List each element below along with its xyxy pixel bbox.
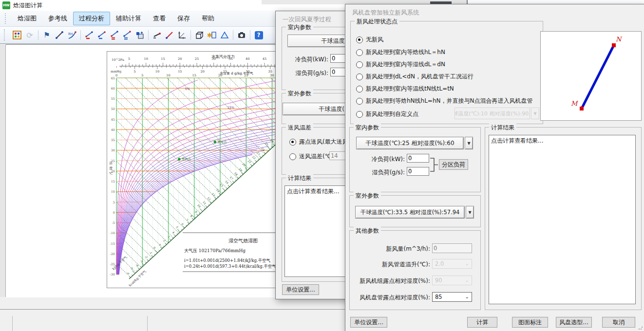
- menu-item-psychrometric-chart[interactable]: 焓湿图: [12, 12, 42, 25]
- fcu-dew-rh-select[interactable]: 85⌄: [432, 292, 472, 302]
- menu-item-help[interactable]: 帮助: [196, 12, 220, 25]
- resize-grip[interactable]: [638, 325, 643, 330]
- radio-icon[interactable]: [356, 86, 363, 92]
- svg-text:20: 20: [178, 57, 182, 61]
- process-line-red-equals-icon[interactable]: [109, 29, 120, 41]
- chart-palette-icon[interactable]: [11, 29, 23, 41]
- outdoor-state-combo[interactable]: 干球温度(℃):33.5 相对湿度(%):57.94 ▼: [355, 206, 474, 219]
- radio-iso-humidity[interactable]: 新风处理到室内等湿线dL＝dN: [356, 60, 445, 69]
- annotate-button[interactable]: 图面标注: [512, 317, 548, 328]
- svg-text:45: 45: [263, 57, 266, 61]
- chevron-down-icon[interactable]: ▼: [465, 137, 473, 149]
- svg-text:40: 40: [111, 128, 115, 132]
- outdoor-state-combo-label[interactable]: 干球温度(℃):33.5 相对湿度(%):57.94: [355, 206, 465, 219]
- dialog-fan-coil-fresh-air[interactable]: 风机盘管加独立新风系统 新风处理状态点 无新风 新风处理到室内等焓线hL＝hN …: [345, 4, 644, 331]
- cube-3d-icon[interactable]: [193, 29, 205, 41]
- fcu-selection-button[interactable]: 风盘选型...: [556, 317, 592, 328]
- svg-text:65: 65: [111, 76, 115, 80]
- rh-curve-icon[interactable]: RH: [66, 29, 78, 41]
- toolbar-grip-handle[interactable]: [4, 29, 7, 41]
- svg-text:10: 10: [155, 70, 159, 74]
- camera-icon[interactable]: [236, 29, 247, 41]
- point-n-label: N: [616, 36, 623, 43]
- process-line-red-minus-icon[interactable]: [83, 29, 95, 41]
- line-tool-icon[interactable]: [54, 29, 65, 41]
- chevron-down-icon[interactable]: ▼: [466, 206, 474, 219]
- svg-text:10: 10: [144, 57, 148, 61]
- radio-icon[interactable]: [356, 37, 363, 43]
- radio-icon[interactable]: [356, 98, 363, 105]
- cool-load-input[interactable]: [407, 154, 429, 163]
- radio-icon[interactable]: [356, 74, 363, 80]
- window-title: 焓湿图计算: [13, 1, 42, 10]
- svg-text:40: 40: [246, 57, 249, 61]
- connect-line-icon[interactable]: [151, 29, 163, 41]
- radio-iso-enthalpy[interactable]: 新风处理到室内等焓线hL＝hN: [356, 48, 445, 56]
- svg-text:含湿量 d g/kg.干空气: 含湿量 d g/kg.干空气: [220, 72, 253, 75]
- toolbar-separator: [250, 30, 250, 40]
- svg-text:5: 5: [128, 57, 130, 61]
- svg-text:-10: -10: [110, 231, 115, 235]
- indoor-state-combo-label[interactable]: 干球温度(℃):25 相对湿度(%):60: [356, 137, 464, 149]
- status-bar-divider: [12, 316, 13, 331]
- refresh-icon: ⟳: [24, 29, 36, 41]
- unit-settings-button[interactable]: 单位设置...: [350, 317, 387, 328]
- red-line-icon[interactable]: [164, 29, 175, 41]
- help-icon[interactable]: ?: [253, 29, 265, 41]
- group-legend: 室外参数: [354, 192, 381, 200]
- radio-no-fresh-air[interactable]: 无新风: [356, 36, 383, 44]
- custom-point-combo-label: 干球温度(℃):10 相对湿度(%):90.75: [455, 108, 530, 119]
- group-legend: 室内参数: [286, 23, 313, 32]
- settings-panel-icon[interactable]: ✱: [206, 29, 218, 41]
- svg-text:度: 度: [109, 166, 113, 170]
- flag-marker-icon[interactable]: ⚑: [41, 29, 53, 41]
- group-legend: 计算结果: [286, 174, 313, 183]
- radio-custom-point[interactable]: 新风处理到自定义点: [356, 110, 418, 118]
- chevron-down-icon: ▼: [531, 108, 539, 119]
- radio-icon[interactable]: [289, 153, 296, 160]
- svg-text:5%: 5%: [185, 87, 189, 91]
- fresh-air-volume-input: [432, 243, 472, 253]
- result-textbox[interactable]: 点击计算查看结果...: [489, 135, 636, 304]
- radio-icon[interactable]: [356, 61, 363, 68]
- radio-supply-temp-diff[interactable]: 送风温差(℃): [289, 152, 334, 161]
- axes-icon[interactable]: [176, 29, 188, 41]
- svg-text:10^2Pa: 10^2Pa: [112, 58, 124, 62]
- add-state-point-icon[interactable]: [134, 29, 146, 41]
- wet-load-input[interactable]: [407, 167, 429, 176]
- chevron-down-icon: ⌄: [465, 261, 469, 266]
- chevron-down-icon[interactable]: ⌄: [465, 294, 469, 299]
- radio-icon[interactable]: [356, 111, 363, 118]
- app-icon: HW: [2, 1, 10, 9]
- menu-grip-handle[interactable]: [5, 13, 8, 24]
- fau-dew-rh-label: 新风机组露点相对湿度(%):: [351, 277, 430, 285]
- svg-text:15: 15: [178, 70, 182, 74]
- unit-settings-button[interactable]: 单位设置...: [282, 284, 319, 295]
- process-line-blue-minus-icon[interactable]: [96, 29, 108, 41]
- menu-item-aux-calculation[interactable]: 辅助计算: [110, 12, 147, 25]
- radio-icon[interactable]: [356, 49, 363, 56]
- radio-iso-temperature[interactable]: 新风处理到室内等温线tN线tL=tN: [356, 85, 454, 93]
- radio-mix-before-coil[interactable]: 新风处理到等焓hN线hL=hN，并直接与N点混合再进入风机盘管: [356, 97, 533, 105]
- indoor-state-combo[interactable]: 干球温度(℃):25 相对湿度(%):60 ▼: [356, 137, 473, 149]
- menu-item-process-analysis[interactable]: 过程分析: [73, 12, 110, 25]
- toolbar-separator: [190, 30, 191, 40]
- svg-text:✱: ✱: [207, 32, 212, 39]
- zone-load-button[interactable]: 分区负荷: [439, 159, 468, 170]
- process-line-blue-equals-icon[interactable]: [121, 29, 133, 41]
- select-value: 2.0: [435, 260, 444, 267]
- calculate-button[interactable]: 计算: [467, 317, 497, 328]
- cancel-button[interactable]: 取消: [602, 317, 635, 328]
- menu-item-view[interactable]: 查看: [147, 12, 171, 25]
- status-bar-divider: [147, 316, 148, 331]
- menu-item-save[interactable]: 保存: [171, 12, 196, 25]
- radio-dry-condition[interactable]: 新风处理到dL<dN，风机盘管干工况运行: [356, 73, 474, 81]
- svg-text:55: 55: [111, 97, 115, 101]
- svg-text:20: 20: [218, 74, 222, 77]
- menu-item-reference-lines[interactable]: 参考线: [42, 12, 73, 25]
- triangle-icon[interactable]: [219, 29, 230, 41]
- radio-icon[interactable]: [289, 139, 296, 146]
- point-m-marker: [580, 107, 584, 110]
- svg-text:i=0.24t+0.001d(597.3+0.44t)kca: i=0.24t+0.001d(597.3+0.44t)kcal/kg.干空气: [184, 264, 276, 269]
- svg-text:温: 温: [109, 161, 113, 165]
